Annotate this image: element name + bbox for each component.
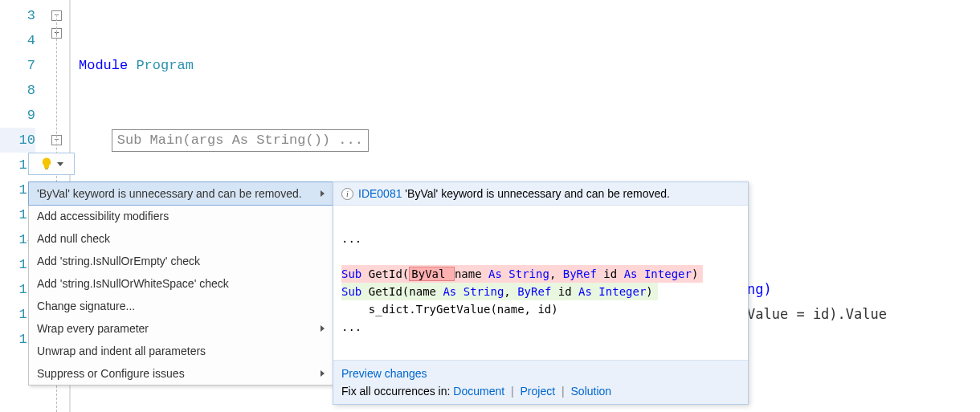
lightbulb-icon bbox=[39, 157, 54, 171]
quick-action-label: Wrap every parameter bbox=[37, 322, 149, 335]
preview-header: i IDE0081 'ByVal' keyword is unnecessary… bbox=[333, 182, 748, 206]
fix-preview-flyout: i IDE0081 'ByVal' keyword is unnecessary… bbox=[333, 182, 749, 405]
quick-action-item[interactable]: Change signature... bbox=[29, 295, 333, 317]
quick-actions-menu: 'ByVal' keyword is unnecessary and can b… bbox=[28, 182, 333, 385]
fixall-label: Fix all occurrences in: bbox=[341, 385, 453, 398]
quick-action-label: Add 'string.IsNullOrEmpty' check bbox=[37, 255, 200, 267]
chevron-down-icon bbox=[57, 162, 63, 166]
line-number: 7 bbox=[0, 53, 35, 78]
code-fragment[interactable]: ng) bbox=[747, 277, 772, 302]
quick-action-item[interactable]: Add accessibility modifiers bbox=[29, 205, 333, 227]
fixall-document-link[interactable]: Document bbox=[453, 385, 504, 398]
chevron-right-icon bbox=[321, 325, 325, 332]
quick-action-item[interactable]: Add 'string.IsNullOrWhiteSpace' check bbox=[29, 272, 333, 295]
quick-action-label: Add accessibility modifiers bbox=[37, 210, 169, 222]
diagnostic-id-link[interactable]: IDE0081 bbox=[358, 187, 402, 200]
quick-action-label: Change signature... bbox=[37, 300, 135, 312]
fixall-project-link[interactable]: Project bbox=[521, 385, 556, 398]
info-icon: i bbox=[341, 188, 353, 200]
svg-rect-0 bbox=[45, 168, 49, 169]
chevron-right-icon bbox=[321, 190, 325, 197]
diagnostic-message: 'ByVal' keyword is unnecessary and can b… bbox=[402, 187, 669, 200]
quick-action-label: Unwrap and indent all parameters bbox=[37, 345, 206, 357]
line-number: 4 bbox=[0, 28, 35, 53]
preview-diff: ... Sub GetId(ByVal name As String, ByRe… bbox=[333, 206, 748, 360]
line-number: 10 bbox=[0, 128, 35, 153]
quick-action-item[interactable]: Add null check bbox=[29, 227, 333, 250]
chevron-right-icon bbox=[321, 370, 325, 377]
collapsed-region[interactable]: Sub Main(args As String()) ... bbox=[112, 129, 369, 152]
preview-footer: Preview changes Fix all occurrences in: … bbox=[333, 360, 748, 404]
line-number: 9 bbox=[0, 103, 35, 128]
preview-changes-link[interactable]: Preview changes bbox=[341, 367, 427, 380]
quick-action-item[interactable]: Suppress or Configure issues bbox=[29, 362, 333, 385]
line-number: 3 bbox=[0, 3, 35, 28]
fixall-solution-link[interactable]: Solution bbox=[571, 385, 612, 398]
code-line[interactable]: Sub Main(args As String()) ... bbox=[79, 128, 980, 153]
quick-action-item[interactable]: Add 'string.IsNullOrEmpty' check bbox=[29, 250, 333, 272]
quick-action-item[interactable]: 'ByVal' keyword is unnecessary and can b… bbox=[28, 182, 333, 206]
code-line[interactable]: Module Program bbox=[79, 53, 980, 78]
quick-action-label: Add 'string.IsNullOrWhiteSpace' check bbox=[37, 277, 229, 290]
line-number: 8 bbox=[0, 78, 35, 103]
quick-action-item[interactable]: Wrap every parameter bbox=[29, 317, 333, 340]
quick-actions-lightbulb[interactable] bbox=[28, 153, 75, 175]
quick-action-label: Suppress or Configure issues bbox=[37, 367, 185, 380]
quick-action-item[interactable]: Unwrap and indent all parameters bbox=[29, 340, 333, 362]
quick-action-label: 'ByVal' keyword is unnecessary and can b… bbox=[37, 187, 302, 200]
quick-action-label: Add null check bbox=[37, 232, 110, 245]
code-fragment[interactable]: Value = id).Value bbox=[747, 302, 887, 327]
